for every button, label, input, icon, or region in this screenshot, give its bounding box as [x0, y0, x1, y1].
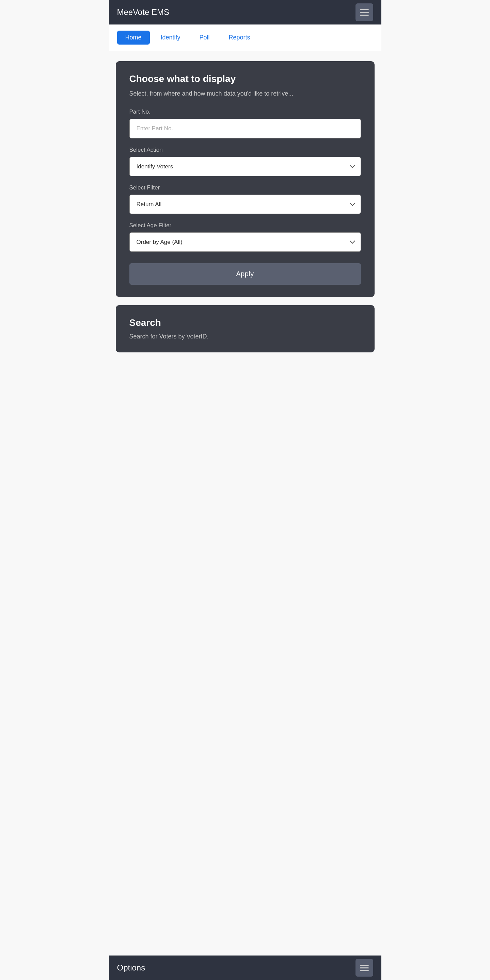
- select-action-group: Select Action Identify Voters Poll Repor…: [129, 146, 361, 176]
- select-age-filter-dropdown[interactable]: Order by Age (All) 18-25 26-35 36-50 50+: [129, 232, 361, 252]
- part-no-input[interactable]: [129, 119, 361, 138]
- bottom-bar: Options: [109, 956, 381, 980]
- display-card-subtitle: Select, from where and how much data you…: [129, 89, 361, 98]
- display-card: Choose what to display Select, from wher…: [116, 61, 375, 297]
- tab-home[interactable]: Home: [117, 30, 150, 45]
- part-no-label: Part No.: [129, 108, 361, 115]
- toggler-line-1: [360, 9, 369, 10]
- bottom-toggler-line-1: [360, 965, 369, 966]
- tab-reports[interactable]: Reports: [221, 30, 259, 45]
- tab-poll[interactable]: Poll: [192, 30, 218, 45]
- bottom-toggler-line-3: [360, 970, 369, 971]
- bottom-bar-label: Options: [117, 963, 145, 972]
- select-action-dropdown[interactable]: Identify Voters Poll Reports: [129, 157, 361, 176]
- apply-button[interactable]: Apply: [129, 263, 361, 285]
- select-filter-dropdown[interactable]: Return All Voted Not Voted: [129, 194, 361, 214]
- tab-identify[interactable]: Identify: [153, 30, 188, 45]
- search-card-subtitle: Search for Voters by VoterID.: [129, 333, 361, 340]
- navbar-toggler-button[interactable]: [356, 3, 373, 21]
- bottom-toggler-line-2: [360, 967, 369, 969]
- search-card: Search Search for Voters by VoterID.: [116, 305, 375, 352]
- search-card-title: Search: [129, 317, 361, 328]
- navbar: MeeVote EMS: [109, 0, 381, 24]
- display-card-title: Choose what to display: [129, 73, 361, 84]
- select-age-filter-label: Select Age Filter: [129, 222, 361, 229]
- select-filter-label: Select Filter: [129, 185, 361, 191]
- part-no-group: Part No.: [129, 108, 361, 138]
- toggler-line-3: [360, 14, 369, 16]
- navbar-brand: MeeVote EMS: [117, 8, 169, 17]
- bottom-toggler-button[interactable]: [356, 959, 373, 977]
- main-content: Choose what to display Select, from wher…: [109, 51, 381, 363]
- select-filter-group: Select Filter Return All Voted Not Voted: [129, 185, 361, 214]
- nav-tabs-bar: Home Identify Poll Reports: [109, 24, 381, 51]
- select-age-filter-group: Select Age Filter Order by Age (All) 18-…: [129, 222, 361, 252]
- select-action-label: Select Action: [129, 146, 361, 153]
- toggler-line-2: [360, 12, 369, 13]
